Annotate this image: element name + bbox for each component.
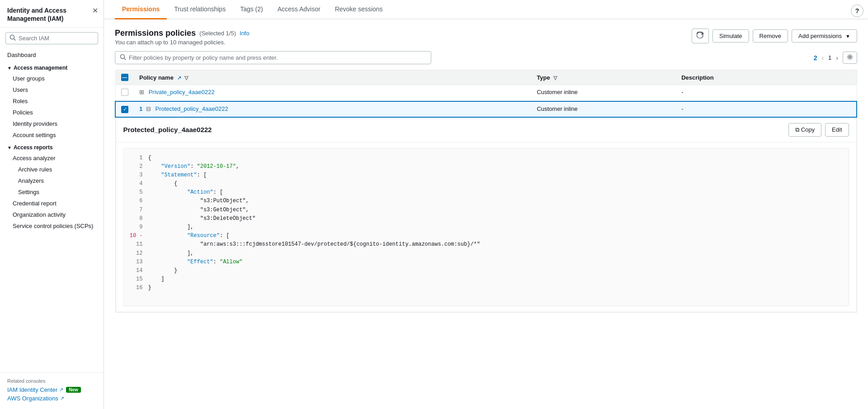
copy-button[interactable]: ⧉ Copy [788,123,821,137]
policy-name-link-1[interactable]: Private_policy_4aae0222 [149,89,215,95]
line-content: "Resource": [ [148,232,230,240]
sidebar-item-roles[interactable]: Roles [0,95,104,107]
sidebar-close-button[interactable]: ✕ [92,6,98,15]
row-checkbox-cell-1 [115,85,134,102]
expanded-panel-header: Protected_policy_4aae0222 ⧉ Copy Edit [116,118,856,143]
sidebar-section-label: Access management [14,65,67,71]
tab-trust-relationships[interactable]: Trust relationships [167,0,233,19]
filter-input[interactable] [129,54,426,61]
sidebar-section-label: Access reports [14,144,53,151]
selected-count: 2 [814,54,817,62]
filter-input-wrap [115,51,431,64]
line-number: 12 [129,249,143,258]
policy-name-cell-1: ⊞ Private_policy_4aae0222 [134,85,531,102]
line-content: "Version": "2012-10-17", [148,162,240,171]
line-content: { [148,154,151,162]
sidebar-item-identity-providers[interactable]: Identity providers [0,118,104,129]
column-header-type[interactable]: Type ▽ [531,70,676,85]
tab-tags[interactable]: Tags (2) [233,0,270,19]
tab-permissions[interactable]: Permissions [115,0,167,19]
edit-button[interactable]: Edit [825,123,849,137]
line-content: ], [148,223,194,232]
line-content: { [148,180,178,188]
sidebar-item-account-settings[interactable]: Account settings [0,129,104,141]
svg-line-3 [124,58,126,60]
table-settings-button[interactable] [843,52,857,64]
line-number: 8 [129,214,143,223]
external-link-icon: ↗ [59,387,63,393]
select-all-checkbox[interactable]: — [121,74,128,81]
info-link[interactable]: Info [240,30,250,37]
code-line: 14 } [129,266,843,275]
sidebar-item-analyzers[interactable]: Analyzers [0,175,104,186]
code-line: 12 ], [129,249,843,258]
page-content: Permissions policies (Selected 1/5) Info… [104,19,868,409]
sidebar-header: Identity and Access Management (IAM) ✕ [0,0,104,28]
permissions-header: Permissions policies (Selected 1/5) Info… [115,29,857,46]
svg-line-1 [14,39,16,41]
tab-revoke-sessions[interactable]: Revoke sessions [328,0,390,19]
policy-name-link-2[interactable]: Protected_policy_4aae0222 [155,105,228,112]
aws-organizations-link[interactable]: AWS Organizations ↗ [7,395,96,402]
code-line: 15 ] [129,275,843,284]
line-number: 1 [129,154,143,162]
expanded-panel-title: Protected_policy_4aae0222 [123,126,212,133]
main-content: Permissions Trust relationships Tags (2)… [104,0,868,409]
row-checkbox-2[interactable]: ✓ [121,106,128,113]
line-content: "s3:PutObject", [148,197,249,205]
policy-type-cell-2: Customer inline [531,101,676,117]
chevron-down-icon: ▼ [7,145,12,150]
line-content: "s3:DeleteObject" [148,214,256,223]
line-number: 3 [129,171,143,180]
table-row: ⊞ Private_policy_4aae0222 Customer inlin… [115,85,857,102]
line-number: 10 - [129,232,143,240]
line-number: 11 [129,240,143,249]
line-content: "Statement": [ [148,171,207,180]
sidebar-section-access-reports[interactable]: ▼ Access reports [0,141,104,152]
search-box [5,32,98,44]
header-checkbox-cell: — [115,70,134,85]
next-page-button[interactable]: › [833,53,841,62]
tab-access-advisor[interactable]: Access Advisor [270,0,328,19]
line-number: 13 [129,258,143,266]
sidebar-item-policies[interactable]: Policies [0,107,104,118]
row-checkbox-1[interactable] [121,89,128,96]
code-line: 13 "Effect": "Allow" [129,258,843,266]
line-content: "s3:GetObject", [148,206,249,214]
new-badge: New [66,387,81,393]
line-number: 5 [129,188,143,197]
search-icon [9,34,16,42]
line-content: ], [148,249,194,258]
prev-page-button[interactable]: ‹ [819,53,826,62]
sidebar-item-credential-report[interactable]: Credential report [0,198,104,209]
policy-desc-cell-2: - [676,101,857,117]
sidebar-item-organization-activity[interactable]: Organization activity [0,209,104,220]
sidebar-item-service-control-policies[interactable]: Service control policies (SCPs) [0,220,104,232]
sidebar-section-access-management[interactable]: ▼ Access management [0,61,104,73]
line-content: "Effect": "Allow" [148,258,243,266]
line-content: ] [148,275,165,284]
refresh-button[interactable] [692,29,709,43]
search-input[interactable] [19,35,94,42]
sidebar-item-settings[interactable]: Settings [0,186,104,198]
sidebar-item-archive-rules[interactable]: Archive rules [0,164,104,175]
remove-button[interactable]: Remove [753,29,788,43]
iam-identity-center-link[interactable]: IAM Identity Center ↗ New [7,386,96,393]
line-number: 4 [129,180,143,188]
add-permissions-button[interactable]: Add permissions ▼ [792,29,857,43]
row-number: 1 [139,105,142,112]
sidebar-item-dashboard[interactable]: Dashboard [0,49,104,61]
permissions-actions: Simulate Remove Add permissions ▼ [692,29,857,43]
permissions-subtitle: You can attach up to 10 managed policies… [115,39,250,46]
code-line: 8 "s3:DeleteObject" [129,214,843,223]
simulate-button[interactable]: Simulate [712,29,749,43]
table-header: — Policy name ↗ ▽ Type ▽ Description [115,70,857,85]
sidebar-item-users[interactable]: Users [0,84,104,95]
sidebar-item-access-analyzer[interactable]: Access analyzer [0,152,104,164]
column-header-policy-name[interactable]: Policy name ↗ ▽ [134,70,531,85]
expanded-policy-panel: Protected_policy_4aae0222 ⧉ Copy Edit [116,118,857,312]
sidebar-item-user-groups[interactable]: User groups [0,73,104,84]
sidebar: Identity and Access Management (IAM) ✕ D… [0,0,104,409]
help-icon-button[interactable]: ? [851,5,863,17]
code-line: 1 { [129,154,843,162]
